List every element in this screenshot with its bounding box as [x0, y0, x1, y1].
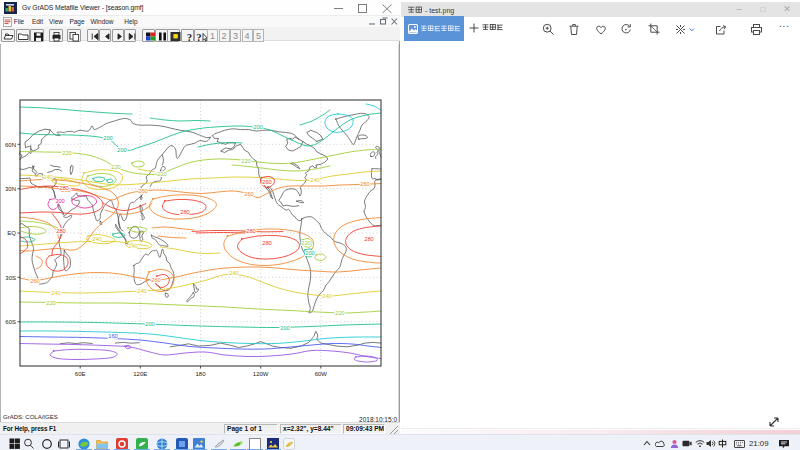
svg-text:280: 280: [56, 228, 66, 234]
svg-text:200: 200: [145, 321, 155, 327]
svg-text:200: 200: [253, 124, 263, 130]
svg-text:30N: 30N: [5, 186, 16, 192]
svg-text:220: 220: [157, 171, 167, 177]
svg-text:280: 280: [262, 240, 272, 246]
svg-text:240: 240: [92, 236, 102, 242]
svg-text:280: 280: [246, 228, 256, 234]
svg-text:260: 260: [244, 191, 254, 197]
svg-text:180: 180: [195, 371, 206, 377]
svg-text:260: 260: [360, 181, 370, 187]
svg-text:- test.png: - test.png: [425, 7, 454, 15]
svg-text:?: ?: [197, 31, 202, 42]
svg-text:240: 240: [322, 293, 332, 299]
svg-text:220: 220: [301, 240, 311, 246]
svg-text:160: 160: [108, 333, 118, 339]
svg-text:120E: 120E: [133, 371, 147, 377]
svg-text:240: 240: [43, 174, 53, 180]
svg-text:60E: 60E: [75, 371, 86, 377]
svg-text:60N: 60N: [5, 142, 16, 148]
svg-text:260: 260: [151, 277, 161, 283]
svg-text:240: 240: [229, 270, 239, 276]
svg-text:240: 240: [137, 288, 147, 294]
svg-text:220: 220: [62, 150, 72, 156]
svg-text:60W: 60W: [315, 371, 328, 377]
svg-text:260: 260: [138, 188, 148, 194]
svg-text:220: 220: [46, 300, 56, 306]
svg-text:60S: 60S: [5, 319, 16, 325]
svg-text:240: 240: [310, 177, 320, 183]
svg-text:30S: 30S: [5, 275, 16, 281]
svg-text:260: 260: [262, 179, 272, 185]
svg-text:280: 280: [180, 209, 190, 215]
svg-text:280: 280: [364, 236, 374, 242]
svg-text:GrADS: COLA/IGES: GrADS: COLA/IGES: [3, 414, 58, 420]
svg-text:300: 300: [55, 198, 65, 204]
svg-text:220: 220: [335, 310, 345, 316]
svg-text:200: 200: [305, 250, 315, 256]
svg-text:260: 260: [30, 278, 40, 284]
svg-text:EQ: EQ: [7, 230, 16, 236]
svg-text:240: 240: [51, 290, 61, 296]
svg-text:220: 220: [241, 158, 251, 164]
svg-text:220: 220: [111, 164, 121, 170]
svg-text:120W: 120W: [253, 371, 269, 377]
svg-text:200: 200: [103, 135, 113, 141]
svg-text:280: 280: [59, 185, 69, 191]
svg-text:?: ?: [187, 31, 192, 42]
svg-text:240: 240: [128, 243, 138, 249]
svg-text:200: 200: [280, 325, 290, 331]
svg-text:200: 200: [117, 147, 127, 153]
